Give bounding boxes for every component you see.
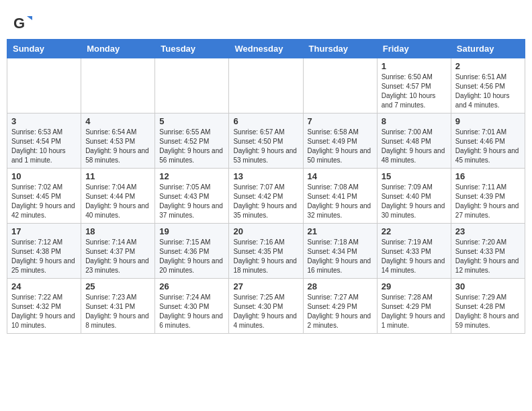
calendar-cell: 9Sunrise: 7:01 AM Sunset: 4:46 PM Daylig… xyxy=(451,113,525,169)
calendar-cell: 5Sunrise: 6:55 AM Sunset: 4:52 PM Daylig… xyxy=(155,113,229,169)
day-number: 10 xyxy=(11,171,77,181)
calendar-cell: 15Sunrise: 7:09 AM Sunset: 4:40 PM Dayli… xyxy=(377,169,451,224)
day-header-thursday: Thursday xyxy=(303,40,377,58)
day-number: 25 xyxy=(85,281,150,291)
calendar-cell xyxy=(155,58,229,113)
calendar-cell: 2Sunrise: 6:51 AM Sunset: 4:56 PM Daylig… xyxy=(451,58,525,113)
calendar-header-row: SundayMondayTuesdayWednesdayThursdayFrid… xyxy=(7,40,525,58)
day-info: Sunrise: 7:14 AM Sunset: 4:37 PM Dayligh… xyxy=(85,238,150,275)
day-number: 17 xyxy=(11,226,77,236)
calendar-cell: 27Sunrise: 7:25 AM Sunset: 4:30 PM Dayli… xyxy=(229,279,303,334)
day-number: 9 xyxy=(455,116,521,126)
day-info: Sunrise: 7:23 AM Sunset: 4:31 PM Dayligh… xyxy=(85,293,150,330)
day-header-saturday: Saturday xyxy=(451,40,525,58)
day-number: 18 xyxy=(85,226,150,236)
calendar-cell: 11Sunrise: 7:04 AM Sunset: 4:44 PM Dayli… xyxy=(81,169,155,224)
calendar-week-3: 10Sunrise: 7:02 AM Sunset: 4:45 PM Dayli… xyxy=(7,169,525,224)
calendar-week-1: 1Sunrise: 6:50 AM Sunset: 4:57 PM Daylig… xyxy=(7,58,525,113)
calendar-cell: 12Sunrise: 7:05 AM Sunset: 4:43 PM Dayli… xyxy=(155,169,229,224)
day-header-wednesday: Wednesday xyxy=(229,40,303,58)
day-info: Sunrise: 7:15 AM Sunset: 4:36 PM Dayligh… xyxy=(159,238,224,275)
day-number: 29 xyxy=(382,281,447,291)
day-info: Sunrise: 7:18 AM Sunset: 4:34 PM Dayligh… xyxy=(308,238,373,275)
calendar-cell: 21Sunrise: 7:18 AM Sunset: 4:34 PM Dayli… xyxy=(303,224,377,279)
day-info: Sunrise: 6:54 AM Sunset: 4:53 PM Dayligh… xyxy=(85,128,150,165)
day-info: Sunrise: 7:28 AM Sunset: 4:29 PM Dayligh… xyxy=(382,293,447,330)
calendar-cell: 7Sunrise: 6:58 AM Sunset: 4:49 PM Daylig… xyxy=(303,113,377,169)
day-info: Sunrise: 7:25 AM Sunset: 4:30 PM Dayligh… xyxy=(233,293,298,330)
logo-icon: G xyxy=(13,13,32,32)
day-header-friday: Friday xyxy=(377,40,451,58)
day-number: 3 xyxy=(11,116,77,126)
day-header-sunday: Sunday xyxy=(7,40,81,58)
calendar-cell: 14Sunrise: 7:08 AM Sunset: 4:41 PM Dayli… xyxy=(303,169,377,224)
calendar-cell: 23Sunrise: 7:20 AM Sunset: 4:33 PM Dayli… xyxy=(451,224,525,279)
calendar-cell xyxy=(303,58,377,113)
calendar-cell: 29Sunrise: 7:28 AM Sunset: 4:29 PM Dayli… xyxy=(377,279,451,334)
calendar-cell: 4Sunrise: 6:54 AM Sunset: 4:53 PM Daylig… xyxy=(81,113,155,169)
day-info: Sunrise: 7:05 AM Sunset: 4:43 PM Dayligh… xyxy=(159,183,224,220)
day-number: 8 xyxy=(382,116,447,126)
day-info: Sunrise: 6:58 AM Sunset: 4:49 PM Dayligh… xyxy=(308,128,373,165)
day-info: Sunrise: 7:24 AM Sunset: 4:30 PM Dayligh… xyxy=(159,293,224,330)
day-number: 30 xyxy=(455,281,521,291)
calendar-cell: 6Sunrise: 6:57 AM Sunset: 4:50 PM Daylig… xyxy=(229,113,303,169)
day-number: 5 xyxy=(159,116,224,126)
day-info: Sunrise: 7:27 AM Sunset: 4:29 PM Dayligh… xyxy=(308,293,373,330)
calendar-table: SundayMondayTuesdayWednesdayThursdayFrid… xyxy=(7,39,525,334)
day-number: 14 xyxy=(308,171,373,181)
day-number: 15 xyxy=(382,171,447,181)
day-info: Sunrise: 7:00 AM Sunset: 4:48 PM Dayligh… xyxy=(382,128,447,165)
calendar-cell xyxy=(81,58,155,113)
day-info: Sunrise: 7:20 AM Sunset: 4:33 PM Dayligh… xyxy=(455,238,521,275)
day-info: Sunrise: 6:55 AM Sunset: 4:52 PM Dayligh… xyxy=(159,128,224,165)
day-number: 20 xyxy=(233,226,298,236)
day-info: Sunrise: 7:01 AM Sunset: 4:46 PM Dayligh… xyxy=(455,128,521,165)
page-header: G xyxy=(7,7,525,36)
day-number: 2 xyxy=(455,61,521,71)
calendar-week-2: 3Sunrise: 6:53 AM Sunset: 4:54 PM Daylig… xyxy=(7,113,525,169)
day-number: 27 xyxy=(233,281,298,291)
calendar-cell: 16Sunrise: 7:11 AM Sunset: 4:39 PM Dayli… xyxy=(451,169,525,224)
day-info: Sunrise: 7:22 AM Sunset: 4:32 PM Dayligh… xyxy=(11,293,77,330)
calendar-cell: 10Sunrise: 7:02 AM Sunset: 4:45 PM Dayli… xyxy=(7,169,81,224)
calendar-cell: 20Sunrise: 7:16 AM Sunset: 4:35 PM Dayli… xyxy=(229,224,303,279)
day-number: 11 xyxy=(85,171,150,181)
day-header-monday: Monday xyxy=(81,40,155,58)
calendar-cell: 18Sunrise: 7:14 AM Sunset: 4:37 PM Dayli… xyxy=(81,224,155,279)
calendar-cell xyxy=(7,58,81,113)
day-number: 26 xyxy=(159,281,224,291)
svg-marker-1 xyxy=(27,16,32,20)
day-number: 13 xyxy=(233,171,298,181)
calendar-cell: 28Sunrise: 7:27 AM Sunset: 4:29 PM Dayli… xyxy=(303,279,377,334)
day-number: 4 xyxy=(85,116,150,126)
day-number: 16 xyxy=(455,171,521,181)
day-info: Sunrise: 7:02 AM Sunset: 4:45 PM Dayligh… xyxy=(11,183,77,220)
calendar-cell: 30Sunrise: 7:29 AM Sunset: 4:28 PM Dayli… xyxy=(451,279,525,334)
calendar-cell: 25Sunrise: 7:23 AM Sunset: 4:31 PM Dayli… xyxy=(81,279,155,334)
calendar-cell: 24Sunrise: 7:22 AM Sunset: 4:32 PM Dayli… xyxy=(7,279,81,334)
calendar-cell: 13Sunrise: 7:07 AM Sunset: 4:42 PM Dayli… xyxy=(229,169,303,224)
svg-text:G: G xyxy=(13,15,25,32)
day-info: Sunrise: 7:12 AM Sunset: 4:38 PM Dayligh… xyxy=(11,238,77,275)
day-info: Sunrise: 6:50 AM Sunset: 4:57 PM Dayligh… xyxy=(382,73,447,110)
day-info: Sunrise: 6:51 AM Sunset: 4:56 PM Dayligh… xyxy=(455,73,521,110)
day-header-tuesday: Tuesday xyxy=(155,40,229,58)
day-info: Sunrise: 7:19 AM Sunset: 4:33 PM Dayligh… xyxy=(382,238,447,275)
calendar-week-5: 24Sunrise: 7:22 AM Sunset: 4:32 PM Dayli… xyxy=(7,279,525,334)
logo: G xyxy=(13,13,34,32)
day-info: Sunrise: 7:29 AM Sunset: 4:28 PM Dayligh… xyxy=(455,293,521,330)
day-number: 7 xyxy=(308,116,373,126)
day-info: Sunrise: 7:09 AM Sunset: 4:40 PM Dayligh… xyxy=(382,183,447,220)
day-number: 6 xyxy=(233,116,298,126)
calendar-cell: 3Sunrise: 6:53 AM Sunset: 4:54 PM Daylig… xyxy=(7,113,81,169)
calendar-cell: 19Sunrise: 7:15 AM Sunset: 4:36 PM Dayli… xyxy=(155,224,229,279)
day-number: 21 xyxy=(308,226,373,236)
calendar-cell: 26Sunrise: 7:24 AM Sunset: 4:30 PM Dayli… xyxy=(155,279,229,334)
day-info: Sunrise: 6:53 AM Sunset: 4:54 PM Dayligh… xyxy=(11,128,77,165)
calendar-week-4: 17Sunrise: 7:12 AM Sunset: 4:38 PM Dayli… xyxy=(7,224,525,279)
day-number: 1 xyxy=(382,61,447,71)
day-info: Sunrise: 7:16 AM Sunset: 4:35 PM Dayligh… xyxy=(233,238,298,275)
day-info: Sunrise: 7:11 AM Sunset: 4:39 PM Dayligh… xyxy=(455,183,521,220)
calendar-cell: 17Sunrise: 7:12 AM Sunset: 4:38 PM Dayli… xyxy=(7,224,81,279)
